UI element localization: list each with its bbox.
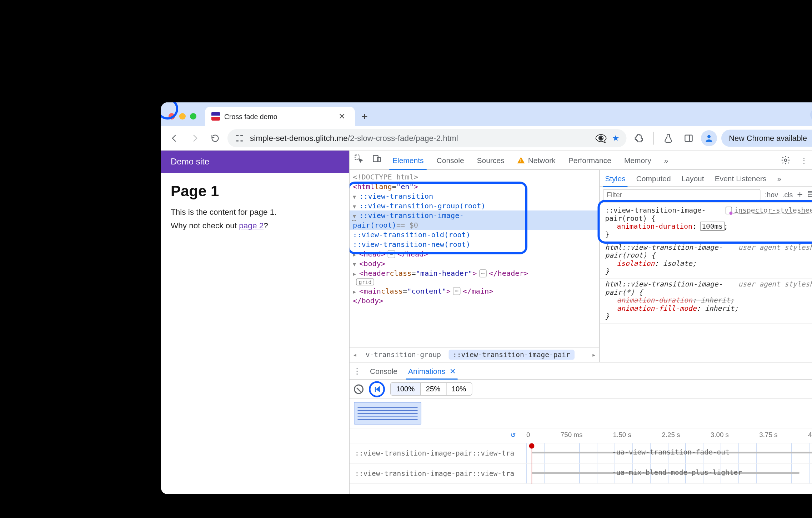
rule-source-link[interactable]: inspector-stylesheet:4: [726, 206, 812, 214]
filter-input[interactable]: [603, 189, 761, 200]
tab-console[interactable]: Console: [430, 151, 471, 169]
crumb-item-active[interactable]: ::view-transition-image-pair: [448, 350, 575, 360]
svg-rect-7: [808, 194, 812, 197]
side-panel-icon[interactable]: [681, 130, 697, 146]
dom-node[interactable]: <main class="content">⋯</main>: [350, 286, 599, 296]
new-style-rule-icon[interactable]: +: [797, 189, 803, 200]
stylesheet-file-icon: [726, 207, 732, 214]
animation-name: -ua-view-transition-fade-out: [612, 448, 730, 456]
labs-icon[interactable]: [660, 130, 676, 146]
animation-groups: [350, 399, 812, 428]
drawer-tab-animations[interactable]: Animations ✕: [403, 362, 461, 379]
settings-gear-icon[interactable]: [777, 152, 795, 168]
tabs-overflow[interactable]: »: [658, 151, 675, 169]
tab-sources[interactable]: Sources: [471, 151, 511, 169]
site-settings-icon[interactable]: [235, 133, 245, 143]
css-declaration[interactable]: isolation: isolate;: [605, 259, 812, 268]
fullscreen-window-icon[interactable]: [190, 113, 196, 120]
timeline-ruler[interactable]: ↺ 0 750 ms 1.50 s 2.25 s 3.00 s 3.75 s 4…: [350, 428, 812, 443]
dom-node[interactable]: <header class="main-header">⋯</header>: [350, 268, 599, 278]
profile-avatar[interactable]: [701, 130, 717, 146]
update-chrome-chip[interactable]: New Chrome available ⋮: [721, 130, 812, 147]
tab-memory[interactable]: Memory: [618, 151, 658, 169]
css-declaration-overridden[interactable]: animation-duration: inherit;: [605, 296, 812, 304]
browser-tab[interactable]: Cross fade demo ✕: [205, 107, 355, 126]
more-menu-icon[interactable]: ⋮: [795, 152, 812, 168]
play-pause-button[interactable]: [369, 381, 385, 397]
devtools-drawer: ⋮ Console Animations ✕ ✕ 100% 2: [350, 362, 812, 494]
dom-node[interactable]: <html lang="en">: [350, 182, 599, 191]
playback-speed: 100% 25% 10%: [390, 382, 472, 396]
tab-layout[interactable]: Layout: [676, 170, 710, 187]
cls-toggle[interactable]: .cls: [782, 191, 793, 199]
inspect-element-icon[interactable]: [350, 151, 368, 167]
dom-node[interactable]: ::view-transition-group(root): [350, 201, 599, 210]
tab-event-listeners[interactable]: Event Listeners: [710, 170, 772, 187]
speed-25[interactable]: 25%: [421, 383, 446, 395]
new-tab-button[interactable]: +: [357, 109, 372, 124]
window-dropdown-button[interactable]: ⌄: [810, 108, 812, 122]
dom-node[interactable]: ::view-transition: [350, 191, 599, 201]
rule-source-ua: user agent stylesheet: [738, 280, 812, 288]
warning-icon: [517, 157, 525, 163]
animation-track[interactable]: ::view-transition-image-pair::view-tra -…: [350, 443, 812, 464]
hov-toggle[interactable]: :hov: [765, 191, 778, 199]
dom-node[interactable]: <head>⋯</head>: [350, 249, 599, 259]
dom-node-selected[interactable]: ::view-transition-image-: [350, 210, 599, 220]
dom-node-selected[interactable]: pair(root) == $0: [350, 220, 599, 230]
css-value-editing[interactable]: 100ms: [701, 222, 724, 230]
speed-10[interactable]: 10%: [446, 383, 472, 395]
drawer-menu-icon[interactable]: ⋮: [350, 362, 365, 379]
dom-node[interactable]: </body>: [350, 296, 599, 305]
speed-100[interactable]: 100%: [391, 383, 421, 395]
css-declaration[interactable]: animation-fill-mode: inherit;: [605, 304, 812, 313]
dom-node[interactable]: <!DOCTYPE html>: [350, 172, 599, 182]
drawer-tab-console[interactable]: Console: [365, 362, 403, 379]
animation-track[interactable]: ::view-transition-image-pair::view-tra -…: [350, 464, 812, 484]
tab-styles[interactable]: Styles: [600, 170, 631, 187]
tab-computed[interactable]: Computed: [631, 170, 676, 187]
tab-performance[interactable]: Performance: [562, 151, 618, 169]
page-title: Page 1: [171, 183, 340, 200]
overflow-ellipsis-icon[interactable]: ⋯: [352, 216, 356, 224]
tab-network[interactable]: Network: [511, 151, 562, 169]
styles-pane: Styles Computed Layout Event Listeners »…: [599, 170, 812, 362]
animation-name: -ua-mix-blend-mode-plus-lighter: [612, 468, 742, 477]
tab-elements[interactable]: Elements: [386, 151, 430, 169]
clear-animations-icon[interactable]: [354, 384, 364, 394]
address-bar[interactable]: simple-set-demos.glitch.me/2-slow-cross-…: [227, 129, 627, 147]
crumb-scroll-left-icon[interactable]: ◂: [352, 351, 358, 359]
css-declaration[interactable]: animation-duration: 100ms;: [605, 222, 812, 230]
dom-node[interactable]: ::view-transition-old(root): [350, 230, 599, 239]
reset-timeline-icon[interactable]: ↺: [510, 431, 516, 439]
minimize-window-icon[interactable]: [179, 113, 186, 120]
divider: [653, 132, 654, 144]
page-2-link[interactable]: page 2: [239, 221, 264, 230]
grid-badge[interactable]: grid: [350, 278, 599, 286]
page-text-2: Why not check out page 2?: [171, 221, 340, 230]
device-toggle-icon[interactable]: [368, 151, 386, 167]
bookmark-star-icon[interactable]: ★: [612, 133, 619, 143]
close-window-icon[interactable]: [169, 113, 175, 120]
breadcrumb: ◂ v-transition-group ::view-transition-i…: [350, 347, 599, 362]
forward-button[interactable]: [187, 130, 203, 146]
crumb-scroll-right-icon[interactable]: ▸: [591, 351, 597, 359]
dom-tree[interactable]: ⋯ <!DOCTYPE html> <html lang="en"> ::vie…: [350, 170, 599, 347]
tabs-overflow[interactable]: »: [772, 170, 787, 187]
reload-button[interactable]: [207, 130, 223, 146]
close-tab-icon[interactable]: ✕: [450, 366, 456, 375]
dom-node[interactable]: ::view-transition-new(root): [350, 239, 599, 249]
extensions-icon[interactable]: [631, 130, 647, 146]
computed-styles-icon[interactable]: [807, 190, 812, 200]
animation-group-thumb[interactable]: [354, 402, 421, 425]
css-rule[interactable]: inspector-stylesheet:4 ::view-transition…: [600, 205, 812, 242]
dom-node[interactable]: <body>: [350, 259, 599, 268]
crumb-item[interactable]: v-transition-group: [361, 350, 445, 360]
back-button[interactable]: [166, 130, 182, 146]
site-header: Demo site: [161, 151, 349, 173]
close-tab-icon[interactable]: ✕: [335, 111, 349, 122]
eye-off-icon[interactable]: 👁‍🗨: [595, 132, 607, 144]
css-rule[interactable]: user agent stylesheet html::view-transit…: [600, 279, 812, 324]
css-rule[interactable]: user agent stylesheet html::view-transit…: [600, 242, 812, 279]
css-rules: inspector-stylesheet:4 ::view-transition…: [600, 203, 812, 362]
